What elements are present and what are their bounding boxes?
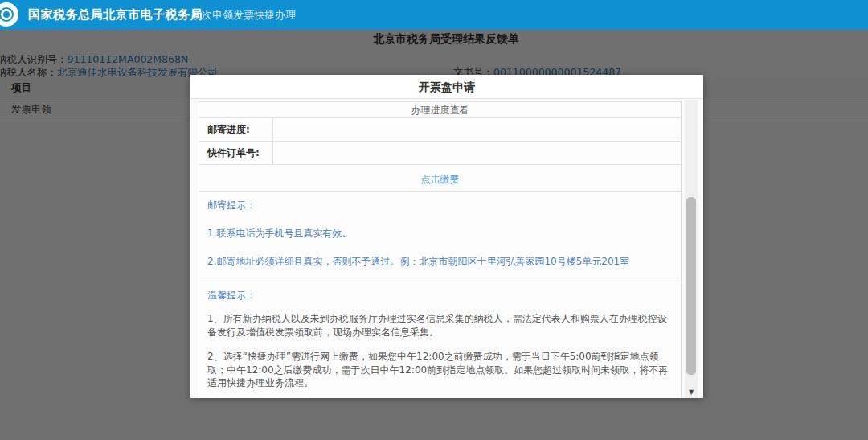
progress-section-header: 办理进度查看	[199, 102, 681, 118]
modal-scrollbar[interactable]: ▼	[685, 100, 698, 398]
mail-tips-title: 邮寄提示：	[207, 199, 671, 211]
scrollbar-thumb[interactable]	[686, 197, 696, 375]
invoice-disk-application-modal: 开票盘申请 办理进度查看 邮寄进度: 快件订单号: 点击缴费 邮寄提示： 1.联	[190, 75, 703, 398]
mail-tip-item: 1.联系电话为手机号且真实有效。	[207, 228, 671, 239]
modal-title: 开票盘申请	[190, 75, 703, 99]
pay-row: 点击缴费	[199, 165, 681, 192]
tax-bureau-logo-icon	[0, 2, 18, 27]
mail-progress-row: 邮寄进度:	[199, 118, 681, 142]
mail-tips-section: 邮寄提示： 1.联系电话为手机号且真实有效。 2.邮寄地址必须详细且真实，否则不…	[199, 192, 681, 282]
top-navbar: 国家税务总局北京市电子税务局 初次申领发票快捷办理	[0, 0, 868, 30]
site-brand-title: 国家税务总局北京市电子税务局	[28, 0, 203, 30]
mail-progress-label: 邮寄进度:	[199, 118, 273, 141]
click-to-pay-link[interactable]: 点击缴费	[421, 174, 460, 185]
site-subtitle: 初次申领发票快捷办理	[191, 0, 296, 30]
mail-tip-item: 2.邮寄地址必须详细且真实，否则不予通过。例：北京市朝阳区十里河弘善家园10号楼…	[207, 256, 671, 267]
warm-tips-title: 温馨提示：	[207, 290, 671, 301]
modal-body: 办理进度查看 邮寄进度: 快件订单号: 点击缴费 邮寄提示： 1.联系电话为手机…	[190, 100, 703, 398]
scrollbar-down-arrow-icon[interactable]: ▼	[685, 387, 698, 397]
warm-tip-paragraph: 2、选择“快捷办理”需进行网上缴费，如果您中午12:00之前缴费成功，需于当日下…	[207, 350, 671, 390]
mail-progress-value	[273, 118, 681, 141]
progress-table: 办理进度查看 邮寄进度: 快件订单号: 点击缴费 邮寄提示： 1.联系电话为手机…	[199, 101, 682, 398]
warm-tip-paragraph: 1、所有新办纳税人以及未到办税服务厅办理过实名信息采集的纳税人，需法定代表人和购…	[207, 312, 671, 339]
express-order-row: 快件订单号:	[199, 142, 681, 165]
express-order-label: 快件订单号:	[199, 142, 273, 164]
warm-tips-section: 温馨提示： 1、所有新办纳税人以及未到办税服务厅办理过实名信息采集的纳税人，需法…	[199, 282, 681, 398]
screen: 国家税务总局北京市电子税务局 初次申领发票快捷办理 北京市税务局受理结果反馈单 …	[0, 0, 868, 440]
express-order-value	[273, 142, 681, 164]
